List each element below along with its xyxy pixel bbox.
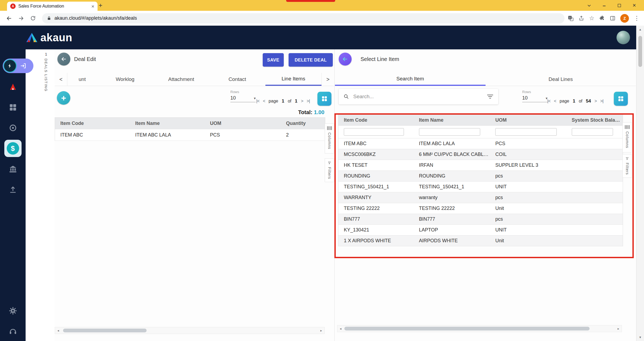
header-uom[interactable]: UOM [490,117,566,123]
tab-worklog[interactable]: Worklog [97,73,153,86]
reload-icon[interactable] [27,12,39,24]
scroll-right-icon[interactable]: ► [318,327,324,334]
sidebar-applet-grid[interactable] [0,102,26,113]
pagination: |< < page 1 of 54 > >| [547,97,603,105]
deals-listing-vertical-tab[interactable]: 1 DEALS LISTING [26,49,55,341]
rows-dropdown[interactable]: 10 ▾ [522,95,548,102]
tab-close-icon[interactable]: × [91,4,94,9]
filter-item-code-input[interactable] [344,128,404,136]
sidebar-applet-bank[interactable] [0,164,26,175]
sidebar-settings[interactable] [0,305,26,316]
filter-list-icon[interactable] [487,94,493,99]
scroll-right-icon[interactable]: ► [615,325,622,332]
sidebar-applet-red[interactable] [0,81,26,92]
scrollbar-thumb[interactable] [638,36,642,67]
page-next-icon[interactable]: > [301,99,303,104]
page-scrollbar[interactable]: ▲ ▼ [636,26,644,341]
filters-side-tab[interactable]: Filters [622,154,632,178]
columns-side-tab[interactable]: Columns [622,122,632,152]
table-row[interactable]: 1 X AIRPODS WHITE AIRPODS WHITE Unit [338,236,623,246]
tab-search-item[interactable]: Search Item [335,73,486,86]
page-prev-icon[interactable]: < [263,99,265,104]
window-close-button[interactable]: × [627,0,642,11]
back-icon[interactable] [3,12,15,24]
tabs-scroll-right-icon[interactable]: > [321,73,334,86]
table-row[interactable]: WARRANTY warranty pcs [338,192,623,203]
filter-item-name-input[interactable] [419,128,480,136]
filter-stock-input[interactable] [572,128,613,136]
delete-deal-button[interactable]: DELETE DEAL [289,53,333,67]
deal-edit-back-button[interactable] [57,53,70,66]
tab-account-partial[interactable]: unt [67,73,97,86]
browser-menu-icon[interactable]: ⋮ [634,15,639,22]
save-button[interactable]: SAVE [263,53,284,67]
page-first-icon[interactable]: |< [547,99,550,104]
extension-puzzle-icon[interactable] [599,15,605,21]
scrollbar-thumb[interactable] [63,329,147,332]
table-row[interactable]: KY_130421 LAPTOP UNIT [338,225,623,236]
header-item-name[interactable]: Item Name [414,117,490,123]
window-minimize-button[interactable]: – [597,0,612,11]
table-row[interactable]: ITEM ABC ITEM ABC LALA PCS [338,138,623,149]
browser-tab[interactable]: A Sales Force Automation × [7,2,98,11]
browser-profile-avatar[interactable]: Z [620,14,629,23]
table-row[interactable]: ITEM ABC ITEM ABC LALA PCS 2 [55,129,325,141]
table-row[interactable]: BIN777 BIN777 pcs [338,214,623,225]
scroll-down-icon[interactable]: ▼ [636,334,644,340]
rows-dropdown[interactable]: 10 ▾ [230,95,256,102]
forward-icon[interactable] [15,12,27,24]
tab-deal-lines[interactable]: Deal Lines [486,73,636,86]
sidebar-applet-upload[interactable] [0,184,26,195]
page-last-icon[interactable]: >| [307,99,310,104]
columns-side-tab[interactable]: Columns [325,123,334,154]
page-next-icon[interactable]: > [594,99,597,104]
header-item-code[interactable]: Item Code [55,121,130,126]
page-first-icon[interactable]: |< [256,99,259,104]
table-row[interactable]: ROUNDING ROUNDING pcs [338,171,623,182]
scroll-left-icon[interactable]: ◄ [337,325,344,332]
sidebar-support[interactable] [0,326,26,337]
table-row[interactable]: HK TESET IRFAN SUPPLER LEVEL 3 [338,160,623,171]
active-applet-pill[interactable] [3,59,33,73]
header-item-name[interactable]: Item Name [130,121,205,126]
filters-side-tab[interactable]: Filters [325,158,334,182]
page-last-icon[interactable]: >| [600,99,604,104]
header-item-code[interactable]: Item Code [338,117,414,123]
url-bar[interactable]: akaun.cloud/#/applets/akaun/sfa/deals [42,13,565,23]
table-row[interactable]: MCSC006BKZ 6 MM² CU/PVC BLACK CABLE 1...… [338,149,623,160]
side-panel-icon[interactable] [610,15,615,21]
new-tab-button[interactable]: + [96,1,105,9]
share-icon[interactable] [579,15,584,21]
layout-grid-button[interactable] [614,92,628,106]
horizontal-scrollbar[interactable]: ◄ ► [55,327,325,334]
bookmark-star-icon[interactable]: ☆ [589,15,594,22]
tabs-scroll-left-icon[interactable]: < [55,73,67,86]
table-row[interactable]: TESTING_150421_1 TESTING_150421_1 UNIT [338,182,623,192]
translate-icon[interactable]: A [568,15,574,21]
user-avatar[interactable] [617,31,630,44]
window-maximize-button[interactable] [612,0,627,11]
cell-item-code: ROUNDING [338,173,414,179]
header-system-stock-balance[interactable]: System Stock Balance [566,117,623,123]
filter-uom-input[interactable] [495,128,556,136]
search-input[interactable] [353,93,483,100]
header-uom[interactable]: UOM [205,121,281,126]
sidebar-applet-money[interactable]: $ [0,140,26,157]
add-line-item-button[interactable]: + [57,91,70,105]
header-quantity[interactable]: Quantity [281,121,325,126]
tab-line-items[interactable]: Line Items [265,73,321,86]
horizontal-scrollbar[interactable]: ◄ ► [337,325,622,332]
cell-item-name: AIRPODS WHITE [414,238,490,244]
scroll-up-icon[interactable]: ▲ [636,26,644,33]
table-row[interactable]: TESTING 22222 TESTING 22222 Unit [338,203,623,214]
select-line-item-panel: Select Line Item Search Item Deal Lines … [335,49,636,341]
window-chevron-icon[interactable] [581,0,597,11]
layout-grid-button[interactable] [317,92,331,106]
page-prev-icon[interactable]: < [554,99,556,104]
sidebar-applet-circle[interactable] [0,122,26,133]
tab-attachment[interactable]: Attachment [153,73,209,86]
select-line-item-back-button[interactable] [339,53,352,66]
tab-contact[interactable]: Contact [209,73,265,86]
scrollbar-thumb[interactable] [344,327,590,330]
scroll-left-icon[interactable]: ◄ [55,327,61,334]
